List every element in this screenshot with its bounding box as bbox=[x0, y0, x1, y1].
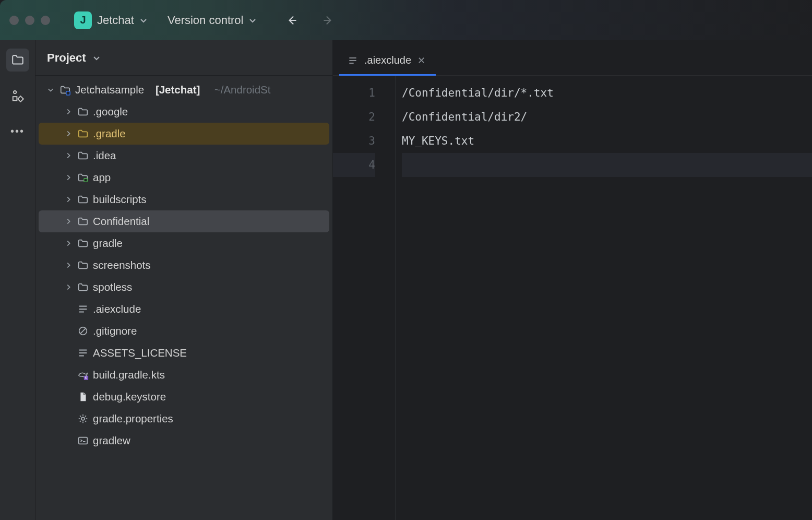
tree-item-label: gradle.properties bbox=[93, 412, 173, 425]
tree-item[interactable]: debug.keystore bbox=[39, 386, 329, 408]
rail-project-button[interactable] bbox=[6, 49, 29, 72]
folder-icon bbox=[77, 194, 89, 205]
chevron-right-icon[interactable] bbox=[64, 174, 73, 181]
tree-item[interactable]: Kbuild.gradle.kts bbox=[39, 364, 329, 386]
tree-item-label: Confidential bbox=[93, 215, 149, 228]
chevron-right-icon[interactable] bbox=[64, 130, 73, 137]
tree-item[interactable]: screenshots bbox=[39, 254, 329, 276]
folder-icon bbox=[77, 150, 89, 161]
tree-item[interactable]: gradle.properties bbox=[39, 408, 329, 430]
tree-item-label: gradle bbox=[93, 237, 123, 250]
tree-item[interactable]: .aiexclude bbox=[39, 298, 329, 320]
module-folder-icon bbox=[59, 84, 71, 96]
tree-item[interactable]: .gradle bbox=[39, 123, 329, 145]
code-line[interactable]: /Confidential/dir2/ bbox=[402, 105, 812, 129]
tree-item-label: .gitignore bbox=[93, 325, 137, 337]
rail-structure-button[interactable] bbox=[6, 84, 29, 107]
editor-content[interactable]: /Confidential/dir/*.txt/Confidential/dir… bbox=[396, 76, 812, 520]
chevron-down-icon bbox=[92, 54, 101, 62]
tree-item[interactable]: .google bbox=[39, 101, 329, 123]
file-icon bbox=[77, 391, 89, 403]
chevron-right-icon[interactable] bbox=[64, 283, 73, 291]
gutter-line-number: 1 bbox=[333, 81, 375, 105]
tree-item-label: build.gradle.kts bbox=[93, 369, 165, 381]
tree-item-label: app bbox=[93, 171, 111, 184]
close-icon[interactable]: ✕ bbox=[417, 55, 425, 66]
text-file-icon bbox=[348, 55, 358, 66]
code-line[interactable] bbox=[402, 153, 812, 177]
project-tree[interactable]: Jetchatsample [Jetchat] ~/AndroidSt.goog… bbox=[35, 76, 332, 520]
tree-item-label: screenshots bbox=[93, 259, 151, 271]
tree-root[interactable]: Jetchatsample [Jetchat] ~/AndroidSt bbox=[39, 79, 329, 101]
gutter-line-number: 3 bbox=[333, 129, 375, 153]
code-line[interactable]: /Confidential/dir/*.txt bbox=[402, 81, 812, 105]
tree-item-label: buildscripts bbox=[93, 193, 147, 206]
tool-rail: ••• bbox=[0, 40, 35, 520]
chevron-right-icon[interactable] bbox=[64, 262, 73, 269]
editor: .aiexclude ✕ 1234 /Confidential/dir/*.tx… bbox=[333, 40, 812, 520]
folder-icon bbox=[77, 128, 89, 139]
chevron-right-icon[interactable] bbox=[64, 240, 73, 247]
tree-item[interactable]: gradlew bbox=[39, 430, 329, 452]
chevron-down-icon bbox=[248, 16, 257, 25]
gutter-line-number: 2 bbox=[333, 105, 375, 129]
project-panel: Project Jetchatsample [Jetchat] ~/Androi… bbox=[35, 40, 333, 520]
code-line[interactable]: MY_KEYS.txt bbox=[402, 129, 812, 153]
editor-tab[interactable]: .aiexclude ✕ bbox=[339, 46, 436, 76]
tree-root-name: Jetchatsample bbox=[75, 84, 144, 96]
titlebar: J Jetchat Version control bbox=[0, 0, 812, 40]
tree-item[interactable]: app bbox=[39, 167, 329, 188]
folder-icon bbox=[77, 259, 89, 271]
nav-forward-button[interactable] bbox=[320, 13, 335, 28]
module-icon bbox=[77, 172, 89, 183]
tree-item-label: ASSETS_LICENSE bbox=[93, 347, 187, 359]
window-zoom-dot[interactable] bbox=[41, 16, 50, 25]
chevron-right-icon[interactable] bbox=[64, 108, 73, 115]
svg-rect-1 bbox=[13, 97, 17, 101]
tree-item-label: .gradle bbox=[93, 127, 126, 140]
chevron-right-icon[interactable] bbox=[64, 152, 73, 159]
chevron-down-icon[interactable] bbox=[46, 86, 55, 93]
folder-icon bbox=[77, 106, 89, 117]
project-name: Jetchat bbox=[97, 14, 134, 27]
text-icon bbox=[77, 303, 89, 315]
tree-item[interactable]: spotless bbox=[39, 276, 329, 298]
vcs-label: Version control bbox=[168, 14, 244, 27]
tree-item[interactable]: buildscripts bbox=[39, 188, 329, 210]
window-minimize-dot[interactable] bbox=[25, 16, 34, 25]
rail-more-button[interactable]: ••• bbox=[6, 120, 29, 143]
svg-point-0 bbox=[13, 91, 16, 93]
gutter-line-number: 4 bbox=[333, 153, 375, 177]
gradle-kts-icon: K bbox=[77, 369, 89, 381]
tree-item[interactable]: ASSETS_LICENSE bbox=[39, 342, 329, 364]
project-panel-title: Project bbox=[47, 51, 86, 65]
project-selector[interactable]: J Jetchat bbox=[70, 8, 152, 32]
tree-item[interactable]: .gitignore bbox=[39, 320, 329, 342]
chevron-right-icon[interactable] bbox=[64, 218, 73, 225]
tree-item-label: gradlew bbox=[93, 434, 130, 447]
tree-item[interactable]: Confidential bbox=[39, 210, 329, 232]
tree-root-path: ~/AndroidSt bbox=[214, 84, 271, 96]
project-badge: J bbox=[74, 11, 92, 29]
tree-root-module: [Jetchat] bbox=[156, 84, 200, 96]
text-icon bbox=[77, 347, 89, 359]
vcs-selector[interactable]: Version control bbox=[163, 10, 261, 30]
tree-item-label: .idea bbox=[93, 149, 116, 162]
window-close-dot[interactable] bbox=[9, 16, 19, 25]
tree-item-label: debug.keystore bbox=[93, 391, 166, 403]
gear-icon bbox=[77, 413, 89, 424]
structure-icon bbox=[11, 89, 25, 102]
tree-item[interactable]: .idea bbox=[39, 145, 329, 167]
window-controls bbox=[9, 16, 50, 25]
folder-icon bbox=[11, 53, 25, 67]
svg-text:K: K bbox=[85, 376, 88, 380]
chevron-right-icon[interactable] bbox=[64, 196, 73, 203]
chevron-down-icon bbox=[139, 16, 148, 25]
nav-back-button[interactable] bbox=[285, 13, 300, 28]
folder-icon bbox=[77, 238, 89, 249]
folder-icon bbox=[77, 281, 89, 293]
project-panel-header[interactable]: Project bbox=[35, 40, 332, 76]
tree-item[interactable]: gradle bbox=[39, 232, 329, 254]
tree-item-label: .google bbox=[93, 105, 128, 118]
tree-item-label: .aiexclude bbox=[93, 303, 141, 315]
